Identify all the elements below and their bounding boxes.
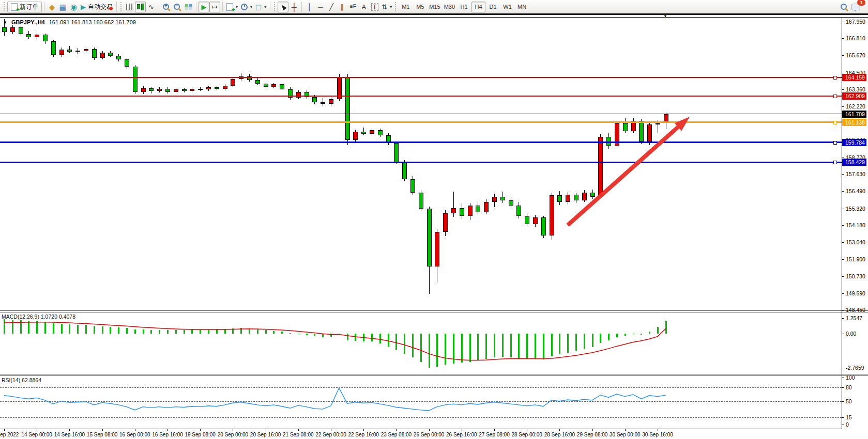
new-order-button[interactable]: + 新订单 (7, 2, 42, 12)
horizontal-line-object[interactable] (0, 162, 842, 163)
notifications-button[interactable]: 1 (850, 2, 862, 12)
macd-histogram-bar (641, 334, 642, 335)
collapse-icon[interactable]: ▼ (3, 20, 7, 25)
zoom-out-button[interactable]: − (172, 2, 183, 12)
timeframe-m15[interactable]: M15 (428, 2, 441, 12)
time-tick-label: 26 Sep 16:00 (446, 432, 477, 437)
line-handle[interactable] (833, 76, 837, 80)
rsi-level-line (0, 387, 842, 388)
macd-histogram-bar (388, 334, 389, 347)
time-tick-label: 27 Sep 08:00 (479, 432, 510, 437)
timeframe-d1[interactable]: D1 (486, 2, 500, 12)
text-label-tool-button[interactable]: T (369, 2, 380, 12)
timeframe-mn[interactable]: MN (515, 2, 529, 12)
price-tick (842, 22, 844, 22)
time-tick-label: 30 Sep 16:00 (642, 432, 673, 437)
chevron-down-icon: ▾ (236, 5, 238, 9)
horizontal-line-object[interactable] (0, 77, 842, 78)
candlestick-chart-button[interactable] (135, 2, 146, 12)
line-handle[interactable] (833, 121, 837, 124)
tile-windows-button[interactable] (183, 2, 194, 12)
timeframe-h4[interactable]: H4 (471, 2, 485, 12)
line-chart-button[interactable]: ∿ (146, 2, 157, 12)
zoom-in-button[interactable]: + (161, 2, 172, 12)
horizontal-line-object[interactable] (0, 121, 842, 123)
candle-body (157, 89, 162, 91)
auto-trading-stopped-icon (109, 6, 113, 11)
chart-shift-marker-icon[interactable]: ▼ (663, 14, 667, 19)
line-handle[interactable] (833, 141, 837, 145)
candle-body (525, 216, 529, 224)
pane-separator[interactable] (0, 310, 868, 311)
candle-body (312, 97, 317, 102)
time-tick (527, 429, 527, 431)
horizontal-line-object[interactable] (0, 96, 842, 97)
indicators-button[interactable]: + ▾ (225, 2, 239, 12)
candle-body (427, 209, 432, 266)
macd-histogram-bar (240, 328, 242, 334)
timeframe-m1[interactable]: M1 (399, 2, 413, 12)
candle-body (460, 208, 464, 216)
macd-histogram-bar (608, 334, 610, 340)
trendline-tool-button[interactable]: ╱ (326, 2, 337, 12)
line-handle[interactable] (833, 161, 837, 164)
trend-arrow-shaft[interactable] (568, 126, 680, 225)
rsi-tick-label: 100 (846, 374, 855, 381)
horizontal-line-object[interactable] (0, 114, 842, 114)
timeframe-m30[interactable]: M30 (443, 2, 456, 12)
candlestick-chart-icon (137, 3, 144, 10)
arrows-tool-button[interactable]: ⇅ ▾ (380, 2, 393, 12)
candle-body (582, 193, 587, 201)
text-tool-button[interactable]: A (358, 2, 369, 12)
toolbar-grip (395, 2, 396, 11)
macd-histogram-bar (36, 321, 38, 334)
time-tick (135, 429, 135, 431)
timeframe-m5[interactable]: M5 (413, 2, 427, 12)
auto-scroll-button[interactable]: ▶ (199, 2, 209, 12)
price-tick-label: 162.220 (846, 103, 865, 109)
fibonacci-icon: ≡F (350, 4, 356, 9)
timeframe-w1[interactable]: W1 (500, 2, 514, 12)
periods-button[interactable]: ▾ (239, 2, 254, 12)
bar-chart-button[interactable] (124, 2, 135, 12)
price-tick-label: 148.450 (846, 307, 865, 313)
auto-trading-button[interactable]: ▶ 自动交易 (79, 2, 114, 12)
horizontal-line-tool-button[interactable]: ─ (315, 2, 326, 12)
candle-body (108, 53, 113, 56)
candle-body (509, 200, 513, 206)
time-tick-label: 23 Sep 08:00 (381, 432, 412, 437)
vertical-line-tool-button[interactable]: │ (304, 2, 315, 12)
time-tick (233, 429, 233, 431)
history-center-button[interactable]: ◆ (47, 2, 57, 12)
macd-histogram-bar (526, 334, 528, 359)
time-tick-label: 28 Sep 16:00 (544, 432, 575, 437)
macd-histogram-bar (110, 327, 111, 334)
templates-button[interactable]: ▤ ▾ (254, 2, 268, 12)
macd-histogram-bar (314, 334, 315, 336)
fibonacci-tool-button[interactable]: ≡F (347, 2, 358, 12)
pane-separator[interactable] (0, 375, 868, 376)
timeframe-h1[interactable]: H1 (457, 2, 471, 12)
new-order-label: 新订单 (20, 3, 38, 11)
pane-separator[interactable] (0, 312, 868, 312)
data-window-button[interactable]: ▦ (57, 2, 68, 12)
macd-histogram-bar (20, 320, 22, 334)
navigator-button[interactable]: ◉ (68, 2, 79, 12)
pane-separator[interactable] (0, 374, 868, 374)
macd-histogram-bar (306, 334, 308, 335)
crosshair-tool-button[interactable]: ┼ (288, 2, 299, 12)
candle-body (353, 132, 358, 140)
candle-body (484, 202, 489, 212)
equidistant-channel-tool-button[interactable]: ∥ (337, 2, 347, 12)
search-button[interactable] (839, 2, 850, 12)
macd-histogram-bar (44, 322, 46, 334)
rsi-line (4, 388, 666, 411)
line-handle[interactable] (833, 95, 837, 98)
cursor-tool-button[interactable] (278, 2, 288, 12)
horizontal-line-object[interactable] (0, 142, 842, 143)
rsi-tick-label: 15 (846, 414, 852, 420)
candle-body (639, 121, 644, 142)
time-tick (429, 429, 430, 431)
price-tick-label: 157.630 (846, 171, 865, 177)
chart-shift-button[interactable]: ↦ (209, 2, 220, 12)
